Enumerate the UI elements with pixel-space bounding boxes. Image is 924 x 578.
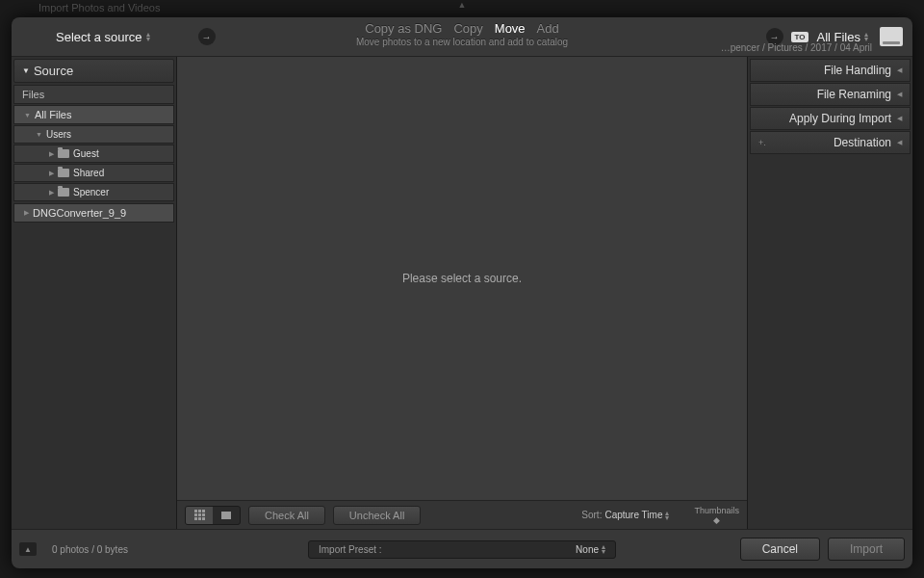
action-move[interactable]: Move — [495, 21, 526, 36]
triangle-right-icon: ▶ — [49, 189, 54, 197]
header-left: Select a source ▴▾ → — [21, 28, 216, 45]
action-add[interactable]: Add — [537, 21, 559, 36]
triangle-left-icon: ◀ — [897, 115, 902, 122]
nav-forward-icon[interactable]: → — [198, 28, 216, 45]
triangle-right-icon: ▶ — [24, 209, 29, 217]
tree-label: All Files — [35, 109, 72, 120]
tree-shared[interactable]: ▶ Shared — [13, 164, 174, 182]
center-toolbar: Check All Uncheck All Sort: Capture Time… — [177, 500, 747, 529]
tree-all-files[interactable]: ▼ All Files — [13, 105, 174, 124]
tree-label: Spencer — [73, 187, 109, 197]
panel-label: Destination — [834, 136, 891, 149]
preset-value-select[interactable]: None ▴▾ — [576, 544, 605, 555]
tree-label: DNGConverter_9_9 — [33, 207, 126, 219]
footer-buttons: Cancel Import — [740, 538, 905, 561]
updown-icon: ▴▾ — [146, 32, 150, 41]
preset-value: None — [576, 544, 599, 555]
import-actions: Copy as DNG Copy Move Add — [356, 21, 568, 36]
header-center: Copy as DNG Copy Move Add Move photos to… — [356, 21, 568, 47]
triangle-left-icon: ◀ — [897, 66, 902, 74]
destination-path: …pencer / Pictures / 2017 / 04 April — [721, 42, 872, 53]
single-icon — [221, 512, 231, 519]
grid-icon — [194, 510, 205, 520]
collapse-top-icon: ▲ — [458, 0, 467, 10]
panel-label: File Renaming — [817, 88, 891, 101]
uncheck-all-button[interactable]: Uncheck All — [333, 506, 421, 525]
tree-label: Guest — [73, 148, 99, 159]
single-view-button[interactable] — [213, 507, 240, 524]
triangle-right-icon: ▶ — [49, 150, 54, 158]
destination-panel[interactable]: +. Destination ◀ — [750, 131, 911, 154]
source-tree: ▼ All Files ▼ Users ▶ Guest ▶ Shared — [13, 105, 174, 223]
action-copy[interactable]: Copy — [453, 21, 482, 36]
triangle-right-icon: ▶ — [49, 170, 54, 177]
thumbnails-label: Thumbnails — [694, 506, 739, 515]
check-all-button[interactable]: Check All — [248, 506, 325, 525]
tree-dng[interactable]: ▶ DNGConverter_9_9 — [13, 203, 174, 223]
preview-prompt: Please select a source. — [402, 272, 522, 285]
file-handling-panel[interactable]: File Handling ◀ — [750, 59, 911, 82]
tree-guest[interactable]: ▶ Guest — [13, 144, 174, 163]
slider-handle-icon: ◆ — [694, 515, 739, 525]
center-panel: Please select a source. Check All Unchec… — [177, 57, 747, 529]
triangle-down-icon: ▼ — [24, 112, 31, 118]
import-preset-bar[interactable]: Import Preset : None ▴▾ — [308, 540, 616, 559]
select-source-button[interactable]: Select a source ▴▾ — [56, 30, 150, 44]
folder-icon — [58, 188, 69, 197]
apply-during-import-panel[interactable]: Apply During Import ◀ — [750, 107, 911, 130]
sort-control[interactable]: Sort: Capture Time ▴▾ — [581, 510, 669, 520]
action-subtitle: Move photos to a new location and add to… — [356, 37, 568, 47]
to-badge: TO — [791, 32, 809, 42]
files-header[interactable]: Files — [13, 85, 174, 104]
right-panel: File Handling ◀ File Renaming ◀ Apply Du… — [747, 57, 912, 529]
collapse-button[interactable]: ▲ — [19, 542, 37, 556]
triangle-down-icon: ▼ — [36, 131, 42, 138]
tree-users[interactable]: ▼ Users — [13, 125, 174, 144]
folder-icon — [58, 149, 69, 158]
updown-icon: ▴▾ — [602, 544, 605, 554]
triangle-left-icon: ◀ — [897, 91, 902, 98]
panel-label: File Handling — [824, 64, 891, 77]
bg-window-title: Import Photos and Videos — [38, 2, 160, 13]
import-dialog: Select a source ▴▾ → Copy as DNG Copy Mo… — [12, 17, 912, 568]
left-panel: ▼ Source Files ▼ All Files ▼ Users ▶ Gue… — [12, 57, 177, 529]
source-panel-header[interactable]: ▼ Source — [13, 59, 174, 83]
dialog-header: Select a source ▴▾ → Copy as DNG Copy Mo… — [12, 17, 912, 56]
import-button[interactable]: Import — [828, 538, 905, 561]
preset-label: Import Preset : — [319, 544, 382, 555]
preview-area: Please select a source. — [177, 57, 747, 500]
tree-label: Users — [46, 129, 71, 140]
triangle-left-icon: ◀ — [897, 139, 902, 146]
panel-label: Apply During Import — [789, 112, 891, 125]
select-source-label: Select a source — [56, 30, 142, 44]
tree-label: Shared — [73, 168, 104, 178]
thumbnails-slider[interactable]: Thumbnails ◆ — [694, 506, 739, 525]
updown-icon: ▴▾ — [665, 511, 669, 520]
destination-prefix: +. — [758, 138, 766, 147]
sort-label: Sort: — [581, 510, 602, 520]
cancel-button[interactable]: Cancel — [740, 538, 820, 561]
sort-value: Capture Time — [604, 510, 662, 520]
dialog-footer: ▲ 0 photos / 0 bytes Import Preset : Non… — [12, 530, 912, 568]
file-renaming-panel[interactable]: File Renaming ◀ — [750, 83, 911, 106]
drive-icon — [880, 27, 903, 46]
action-copy-dng[interactable]: Copy as DNG — [365, 21, 442, 36]
updown-icon: ▴▾ — [864, 32, 868, 41]
status-text: 0 photos / 0 bytes — [52, 544, 128, 555]
tree-spencer[interactable]: ▶ Spencer — [13, 183, 174, 201]
view-toggle — [185, 506, 241, 525]
folder-icon — [58, 169, 69, 177]
triangle-down-icon: ▼ — [22, 66, 30, 75]
grid-view-button[interactable] — [186, 507, 213, 524]
dialog-body: ▼ Source Files ▼ All Files ▼ Users ▶ Gue… — [12, 56, 912, 530]
source-panel-title: Source — [34, 64, 73, 78]
